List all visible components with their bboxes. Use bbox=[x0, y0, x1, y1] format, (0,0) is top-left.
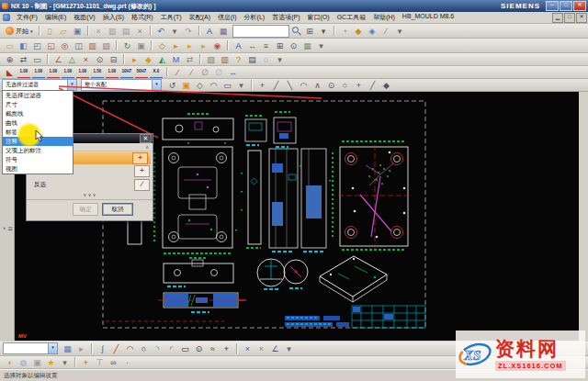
zoom-icon[interactable]: ⊕ bbox=[4, 54, 16, 65]
filter-option-0[interactable]: 无选择过滤器 bbox=[3, 91, 73, 100]
dialog-more-chevrons[interactable]: ∨ ∨ ∨ bbox=[27, 192, 153, 199]
window-layout-icon[interactable]: ⊞ bbox=[304, 26, 316, 37]
section-view-icon[interactable]: ◫ bbox=[73, 40, 85, 51]
roles-icon[interactable]: ◆ bbox=[353, 26, 365, 37]
studio-spline-icon[interactable]: ≈ bbox=[207, 343, 219, 354]
filter-option-8[interactable]: 视图 bbox=[3, 164, 73, 174]
history-icon[interactable]: ◔ bbox=[1, 224, 6, 233]
dim-chamfer-icon[interactable]: 1.50 bbox=[91, 67, 104, 78]
circle-icon[interactable]: ○ bbox=[138, 343, 150, 354]
fit-icon[interactable]: ▭ bbox=[31, 54, 43, 65]
balloon-icon[interactable]: ◉ bbox=[211, 40, 223, 51]
menu-item-13[interactable]: HB_MOULD M8.6 bbox=[399, 12, 458, 23]
menu-item-8[interactable]: 分析(L) bbox=[241, 12, 269, 23]
more-1-icon[interactable]: ▾ bbox=[59, 357, 71, 368]
check-icon[interactable]: △ bbox=[66, 54, 78, 65]
maximize-button[interactable]: □ bbox=[560, 1, 572, 11]
trim-icon[interactable]: × bbox=[242, 343, 254, 354]
copy-icon[interactable]: ▥ bbox=[107, 26, 119, 37]
menu-item-2[interactable]: 视图(V) bbox=[70, 12, 98, 23]
save-file-icon[interactable]: ▣ bbox=[72, 26, 84, 37]
menu-item-4[interactable]: 格式(R) bbox=[128, 12, 157, 23]
chevron-up-icon[interactable]: ∧ bbox=[145, 144, 149, 150]
point-icon[interactable]: + bbox=[220, 343, 232, 354]
snap-circle-icon[interactable]: ○ bbox=[339, 80, 351, 91]
more-2-icon[interactable]: · bbox=[121, 357, 133, 368]
menu-item-1[interactable]: 编辑(E) bbox=[41, 12, 70, 23]
tool-a-icon[interactable]: + bbox=[80, 357, 92, 368]
new-sheet-icon[interactable]: ▭ bbox=[4, 40, 16, 51]
filter-option-7[interactable]: 符号 bbox=[3, 155, 73, 164]
search-icon[interactable] bbox=[291, 26, 301, 36]
projected-view-icon[interactable]: ◱ bbox=[45, 40, 57, 51]
filter-option-6[interactable]: 父项上的标注 bbox=[3, 146, 73, 155]
filter-option-3[interactable]: 曲线 bbox=[3, 118, 73, 128]
snap-vertex-icon[interactable]: ∧ bbox=[311, 80, 323, 91]
markup-icon[interactable]: M bbox=[170, 54, 182, 65]
help-tip-icon[interactable]: ? bbox=[232, 54, 244, 65]
filter-option-1[interactable]: 尺寸 bbox=[3, 100, 73, 109]
open-file-icon[interactable]: ▱ bbox=[58, 26, 70, 37]
image-icon[interactable]: ▦ bbox=[301, 40, 313, 51]
previous-selection-icon[interactable]: ↺ bbox=[166, 80, 178, 91]
no-display-1-icon[interactable]: ∅ bbox=[199, 67, 211, 78]
edit-style-icon[interactable]: ∕ bbox=[186, 67, 198, 78]
stamp-icon[interactable]: ◭ bbox=[156, 54, 168, 65]
select-all-icon[interactable]: + bbox=[134, 165, 150, 177]
mold-tool-icon[interactable]: ◆ bbox=[142, 54, 154, 65]
corner-icon[interactable]: ∠ bbox=[269, 343, 281, 354]
arrow-style-3-icon[interactable]: ▸ bbox=[198, 40, 209, 51]
dim-vertical-icon[interactable]: 1.00 bbox=[32, 67, 45, 78]
snap-intersection-icon[interactable]: + bbox=[353, 80, 365, 91]
menu-item-11[interactable]: GC工具箱 bbox=[334, 12, 370, 23]
invert-selection-icon[interactable]: ∕ bbox=[134, 179, 150, 191]
swap-icon[interactable]: ⇄ bbox=[184, 54, 196, 65]
note-icon[interactable]: ≡ bbox=[260, 40, 272, 51]
visibility-icon[interactable]: ◌ bbox=[260, 54, 272, 65]
dim-perpendicular-icon[interactable]: 1.00 bbox=[62, 67, 74, 78]
navigator-icon[interactable]: ◈ bbox=[367, 26, 379, 37]
dimension-icon[interactable]: ↔ bbox=[246, 40, 258, 51]
edit-view-icon[interactable]: ▣ bbox=[135, 40, 147, 51]
chamfer-icon[interactable]: ◜ bbox=[165, 343, 177, 354]
filter-option-5[interactable]: 注释 bbox=[3, 137, 73, 146]
base-view-icon[interactable]: ◰ bbox=[31, 40, 43, 51]
datum-icon[interactable]: ◗ bbox=[4, 357, 16, 368]
navigator-tab-icon[interactable]: ≡ bbox=[7, 224, 12, 233]
mdi-restore-button[interactable]: □ bbox=[564, 13, 575, 23]
menu-item-5[interactable]: 工具(T) bbox=[157, 12, 186, 23]
update-views-icon[interactable]: ↻ bbox=[121, 40, 133, 51]
glasses-icon[interactable]: ∞ bbox=[107, 357, 119, 368]
view-wizard-icon[interactable]: ◧ bbox=[17, 40, 29, 51]
inside-bounds-icon[interactable]: ◇ bbox=[194, 80, 206, 91]
flip-arrow-icon[interactable]: ↔ bbox=[227, 67, 239, 78]
paste-icon[interactable]: ▤ bbox=[120, 26, 132, 37]
ok-button[interactable]: 确定 bbox=[73, 203, 98, 216]
delete-icon[interactable]: × bbox=[134, 26, 146, 37]
selection-scope-combo[interactable]: 整个装配 ▾ bbox=[81, 79, 162, 91]
more-commands-icon[interactable]: ▾ bbox=[318, 26, 330, 37]
snap-grid-icon[interactable]: ▦ bbox=[62, 343, 74, 354]
more-icon[interactable]: ▾ bbox=[283, 343, 295, 354]
menu-item-9[interactable]: 首选项(P) bbox=[268, 12, 303, 23]
undo-icon[interactable]: ↶ bbox=[155, 26, 167, 37]
menu-item-6[interactable]: 装配(A) bbox=[186, 12, 214, 23]
dim-parallel-icon[interactable]: 1.00 bbox=[47, 67, 60, 78]
select-object-icon[interactable]: + bbox=[132, 152, 148, 164]
new-file-icon[interactable]: ▯ bbox=[44, 26, 56, 37]
detail-view-icon[interactable]: ◎ bbox=[59, 40, 71, 51]
more-icon[interactable]: ▾ bbox=[315, 40, 327, 51]
annotation-edit-icon[interactable]: A bbox=[204, 26, 216, 37]
mdi-minimize-button[interactable]: ▁ bbox=[552, 13, 563, 23]
layer-icon[interactable]: ▤ bbox=[246, 54, 258, 65]
paste-special-icon[interactable]: ▦ bbox=[218, 26, 230, 37]
text-icon[interactable]: A bbox=[232, 40, 244, 51]
snap-arc-icon[interactable]: ◠ bbox=[298, 80, 310, 91]
more-icon[interactable]: ▾ bbox=[274, 54, 286, 65]
minimize-button[interactable]: ─ bbox=[546, 1, 559, 11]
redo-icon[interactable]: ↷ bbox=[183, 26, 195, 37]
line-icon[interactable]: ╱ bbox=[110, 343, 122, 354]
no-display-2-icon[interactable]: ∅ bbox=[213, 67, 225, 78]
tool-b-icon[interactable]: ⊤ bbox=[94, 357, 106, 368]
break-view-icon[interactable]: ▨ bbox=[100, 40, 112, 51]
